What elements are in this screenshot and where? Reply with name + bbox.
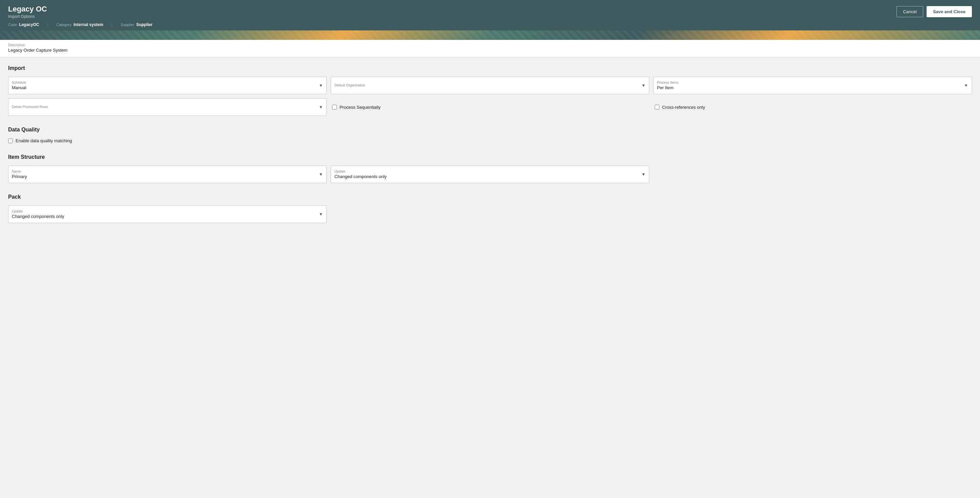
cross-references-checkbox[interactable] (655, 105, 659, 109)
enable-matching-checkbox-item[interactable]: Enable data quality matching (8, 138, 72, 143)
process-sequentially-checkbox-item[interactable]: Process Sequentially (332, 105, 380, 110)
app-title: Legacy OC (8, 5, 47, 14)
category-label: Category (56, 23, 72, 27)
meta-sep-2: | (111, 22, 112, 27)
header: Legacy OC Import Options Cancel Save and… (0, 0, 980, 22)
item-update-label: Update (334, 170, 637, 173)
meta-bar: Code LegacyOC | Category Internal system… (0, 22, 980, 30)
item-structure-name-select[interactable]: Name Primary ▼ (8, 165, 327, 183)
decorative-banner (0, 30, 980, 40)
app-subtitle: Import Options (8, 14, 47, 19)
header-left: Legacy OC Import Options (8, 5, 47, 19)
supplier-value: Supplier (136, 22, 153, 27)
pack-update-arrow-icon: ▼ (319, 212, 323, 217)
item-structure-title: Item Structure (8, 154, 972, 160)
code-label: Code (8, 23, 17, 27)
cancel-button[interactable]: Cancel (896, 6, 923, 17)
schedule-label: Schedule (12, 81, 314, 84)
pack-row: Update Changed components only ▼ (8, 205, 972, 223)
item-name-arrow-icon: ▼ (319, 172, 323, 177)
schedule-value: Manual (12, 85, 314, 90)
schedule-arrow-icon: ▼ (319, 83, 323, 88)
import-section-title: Import (8, 65, 972, 71)
pack-section-title: Pack (8, 194, 972, 200)
data-quality-row: Enable data quality matching (8, 138, 972, 143)
default-org-arrow-icon: ▼ (641, 83, 646, 88)
item-name-label: Name (12, 170, 314, 173)
enable-matching-checkbox[interactable] (8, 138, 13, 143)
pack-update-label: Update (12, 209, 314, 213)
item-structure-update-select[interactable]: Update Changed components only ▼ (331, 165, 649, 183)
cross-references-label: Cross-references only (662, 105, 705, 110)
meta-sep-1: | (47, 22, 48, 27)
process-items-value: Per Item (657, 85, 959, 90)
meta-code: Code LegacyOC (8, 22, 39, 27)
delete-processed-label: Delete Processed Rows (12, 105, 314, 109)
code-value: LegacyOC (19, 22, 39, 27)
process-items-arrow-icon: ▼ (964, 83, 968, 88)
import-section: Import Schedule Manual ▼ Default Organiz… (8, 65, 972, 116)
meta-supplier: Supplier Supplier (121, 22, 153, 27)
main-content: Import Schedule Manual ▼ Default Organiz… (0, 57, 980, 247)
default-organization-select[interactable]: Default Organization ▼ (331, 77, 649, 94)
data-quality-section: Data Quality Enable data quality matchin… (8, 127, 972, 143)
meta-category: Category Internal system (56, 22, 103, 27)
supplier-label: Supplier (121, 23, 134, 27)
process-items-label: Process Items (657, 81, 959, 84)
schedule-select[interactable]: Schedule Manual ▼ (8, 77, 327, 94)
process-sequentially-checkbox[interactable] (332, 105, 337, 109)
process-sequentially-label: Process Sequentially (339, 105, 380, 110)
enable-matching-label: Enable data quality matching (16, 138, 72, 143)
cross-references-checkbox-item[interactable]: Cross-references only (655, 105, 705, 110)
category-value: Internal system (73, 22, 103, 27)
delete-processed-rows-select[interactable]: Delete Processed Rows ▼ (8, 98, 327, 116)
process-items-select[interactable]: Process Items Per Item ▼ (653, 77, 972, 94)
item-update-value: Changed components only (334, 174, 637, 179)
pack-update-value: Changed components only (12, 214, 314, 219)
data-quality-title: Data Quality (8, 127, 972, 133)
import-row-1: Schedule Manual ▼ Default Organization ▼… (8, 77, 972, 94)
item-update-arrow-icon: ▼ (641, 172, 646, 177)
pack-section: Pack Update Changed components only ▼ (8, 194, 972, 223)
cross-references-container: Cross-references only (653, 105, 972, 110)
description-bar: Description Legacy Order Capture System (0, 40, 980, 57)
delete-processed-arrow-icon: ▼ (319, 105, 323, 109)
description-value: Legacy Order Capture System (8, 48, 972, 53)
item-name-value: Primary (12, 174, 314, 179)
save-close-button[interactable]: Save and Close (927, 6, 972, 17)
default-org-label: Default Organization (334, 84, 637, 87)
description-label: Description (8, 43, 972, 47)
pack-update-select[interactable]: Update Changed components only ▼ (8, 205, 327, 223)
process-sequentially-container: Process Sequentially (331, 105, 649, 110)
import-row-2: Delete Processed Rows ▼ Process Sequenti… (8, 98, 972, 116)
item-structure-section: Item Structure Name Primary ▼ Update Cha… (8, 154, 972, 183)
header-actions: Cancel Save and Close (896, 6, 972, 17)
item-structure-row: Name Primary ▼ Update Changed components… (8, 165, 972, 183)
